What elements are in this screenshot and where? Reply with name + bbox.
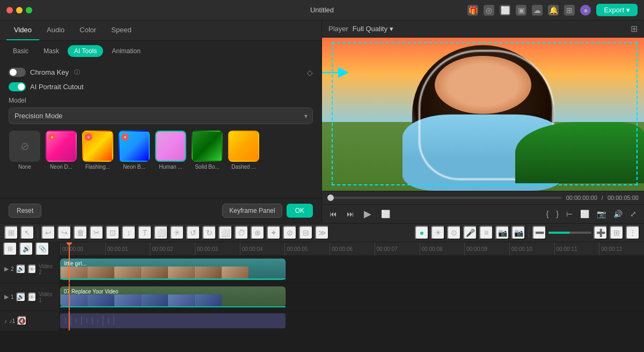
display-icon[interactable]: ⬜ (500, 5, 510, 16)
model-select-wrapper: Precision Mode (9, 107, 313, 124)
gift-icon[interactable]: 🎁 (467, 5, 478, 16)
zoom-slider[interactable] (548, 232, 591, 234)
track-v1-eye-button[interactable]: 👁 (28, 292, 37, 302)
volume-button[interactable]: 🔊 (612, 209, 624, 219)
color-correct-button[interactable]: ⊙ (447, 226, 461, 240)
clip-v2[interactable]: little girl... (60, 258, 286, 280)
export-button[interactable]: Export ▾ (596, 4, 638, 16)
ai-portrait-toggle[interactable] (9, 82, 26, 91)
quality-select[interactable]: Full Quality ▾ (353, 25, 393, 33)
tab-speed[interactable]: Speed (104, 20, 139, 40)
undo-button[interactable]: ↩ (41, 226, 55, 240)
apps-icon[interactable]: ⊞ (564, 5, 575, 16)
duration-button[interactable]: ⏱ (235, 226, 248, 240)
track-v2-audio-button[interactable]: 🔊 (16, 264, 26, 274)
reset-button[interactable]: Reset (9, 204, 41, 218)
effect-human[interactable]: Human ... (155, 131, 187, 170)
zoom-fill (548, 232, 570, 234)
timeline-audio-button[interactable]: 🔊 (19, 242, 33, 256)
subtab-basic[interactable]: Basic (6, 45, 35, 57)
track-v2-eye-button[interactable]: 👁 (28, 264, 37, 274)
grid-view-button[interactable]: ⊞ (610, 226, 624, 240)
chroma-key-help-icon[interactable]: ⓘ (74, 68, 80, 76)
effect-neon3[interactable]: ♥ Neon B... (118, 131, 150, 170)
list-button[interactable]: ≡ (479, 226, 493, 240)
play-button[interactable]: ▶ (363, 207, 372, 221)
heart-icon: ♥ (121, 133, 129, 141)
effect-none[interactable]: ⊘ None (9, 131, 41, 170)
redo-button[interactable]: ↪ (57, 226, 71, 240)
tab-color[interactable]: Color (72, 20, 104, 40)
screenshot-button[interactable]: 📷 (596, 209, 607, 219)
effect-none-thumb: ⊘ (9, 131, 40, 162)
effects-button[interactable]: ✦ (267, 226, 281, 240)
rotate-left-button[interactable]: ↺ (186, 226, 200, 240)
chroma-key-toggle[interactable] (9, 68, 26, 77)
camera2-button[interactable]: 📷 (511, 226, 525, 240)
cloud-icon[interactable]: ☁ (532, 5, 543, 16)
split-view-button[interactable]: ⊞ (4, 226, 18, 240)
mic-button[interactable]: 🎤 (463, 226, 477, 240)
zoom-in-button[interactable]: ➕ (594, 226, 608, 240)
close-button[interactable] (6, 7, 13, 13)
sticker-button[interactable]: ✳ (170, 226, 184, 240)
cut-button[interactable]: ✂ (90, 226, 104, 240)
audio-extract-button[interactable]: ↕ (122, 226, 136, 240)
track-a1-mute-button[interactable]: 🔇 (17, 316, 27, 326)
bracket-right-button[interactable]: } (555, 209, 560, 219)
effect-neon1[interactable]: ♥ Neon D... (45, 131, 77, 170)
trim-button[interactable]: ⊢ (565, 209, 574, 219)
add-button[interactable]: ⊕ (251, 226, 265, 240)
text-button[interactable]: T (138, 226, 152, 240)
clip-thumb-v1-4 (141, 294, 168, 306)
progress-bar[interactable] (327, 197, 562, 199)
delete-button[interactable]: 🗑 (74, 226, 87, 240)
tab-audio[interactable]: Audio (39, 20, 72, 40)
more-button[interactable]: ⤢ (629, 209, 638, 219)
tab-video[interactable]: Video (6, 20, 39, 40)
model-select[interactable]: Precision Mode (9, 107, 313, 124)
step-back-button[interactable]: ⏭ (346, 209, 355, 219)
freeze-button[interactable]: ⬜ (218, 226, 232, 240)
clip-v1[interactable]: 07 Replace Your Video (60, 286, 286, 307)
timeline-track-a1: ♪ ♪1 🔇 (0, 311, 644, 331)
stop-button[interactable]: ⬜ (380, 209, 391, 219)
subtab-animation[interactable]: Animation (105, 45, 147, 57)
more-tools-button[interactable]: ≫ (315, 226, 329, 240)
chroma-key-expand-icon[interactable]: ◇ (307, 68, 313, 77)
bracket-left-button[interactable]: { (545, 209, 550, 219)
rotate-right-button[interactable]: ↻ (202, 226, 216, 240)
bell-icon[interactable]: 🔔 (548, 5, 559, 16)
subtab-mask[interactable]: Mask (37, 45, 65, 57)
profile-icon[interactable]: ◎ (484, 5, 494, 16)
maximize-button[interactable] (26, 7, 32, 13)
subtab-ai-tools[interactable]: AI Tools (68, 45, 103, 57)
timeline-track-labels: ⊞ 🔊 📎 (0, 242, 60, 256)
effect-neon2[interactable]: ♥ Flashing... (82, 131, 114, 170)
effect-solid[interactable]: Solid Bo... (191, 131, 223, 170)
skip-back-button[interactable]: ⏮ (328, 209, 338, 219)
crop-button[interactable]: ⊡ (106, 226, 120, 240)
zoom-out-button[interactable]: ➖ (532, 226, 546, 240)
brightness-button[interactable]: ☀ (431, 226, 445, 240)
cursor-button[interactable]: ↖ (20, 226, 34, 240)
timeline-magnet-button[interactable]: 📎 (35, 242, 49, 256)
timeline-split-button[interactable]: ⊞ (3, 242, 17, 256)
desktop-icon[interactable]: ▣ (516, 5, 526, 16)
more-options-button[interactable]: ⋮ (626, 226, 640, 240)
camera1-button[interactable]: 📷 (495, 226, 509, 240)
timeline-header: ⊞ 🔊 📎 00:00:00 00:00:01 00:00:02 00:00:0… (0, 242, 644, 255)
player-view-button[interactable]: ⊞ (631, 24, 638, 34)
record-button[interactable]: ● (415, 226, 429, 240)
adjust-button[interactable]: ⊟ (299, 226, 313, 240)
shape-button[interactable]: ⬜ (154, 226, 168, 240)
audio-clip[interactable] (60, 313, 286, 328)
avatar-icon[interactable]: ● (580, 5, 591, 16)
ok-button[interactable]: OK (287, 204, 313, 218)
minimize-button[interactable] (16, 7, 23, 13)
transition-button[interactable]: ⊘ (283, 226, 297, 240)
effect-dashed[interactable]: Dashed ... (228, 131, 260, 170)
fullscreen-button[interactable]: ⬜ (579, 209, 590, 219)
keyframe-panel-button[interactable]: Keyframe Panel (222, 204, 282, 218)
track-v1-audio-button[interactable]: 🔊 (16, 292, 26, 302)
